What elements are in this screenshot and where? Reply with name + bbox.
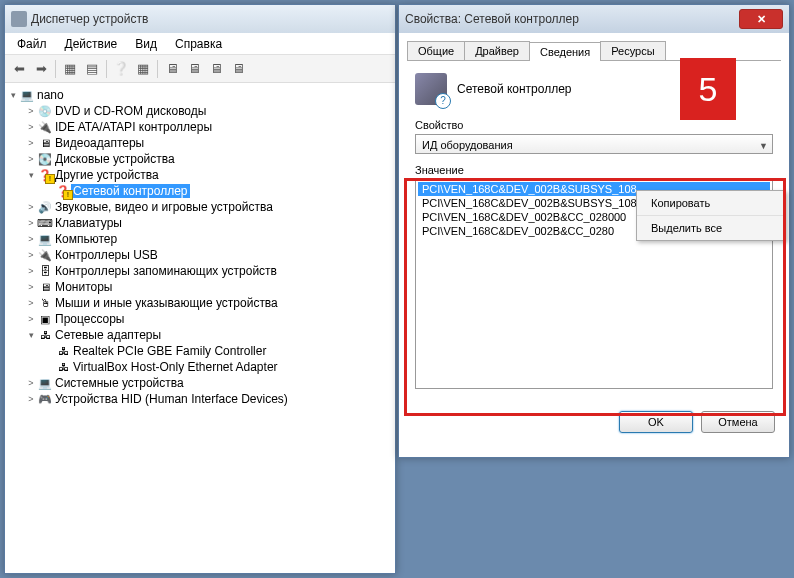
tree-node[interactable]: >🔌IDE ATA/ATAPI контроллеры (7, 119, 393, 135)
tree-node[interactable]: >🗄Контроллеры запоминающих устройств (7, 263, 393, 279)
tab-1[interactable]: Драйвер (464, 41, 530, 60)
node-icon: ❓ (37, 168, 53, 182)
node-label[interactable]: Мыши и иные указывающие устройства (53, 296, 278, 310)
expand-icon[interactable]: > (25, 138, 37, 148)
menu-file[interactable]: Файл (9, 35, 55, 53)
node-label[interactable]: Компьютер (53, 232, 117, 246)
tree-node[interactable]: 🖧Realtek PCIe GBE Family Controller (7, 343, 393, 359)
node-icon: 🔌 (37, 120, 53, 134)
dialog-buttons: OK Отмена (399, 401, 789, 443)
tab-0[interactable]: Общие (407, 41, 465, 60)
expand-icon[interactable]: > (25, 394, 37, 404)
expand-icon[interactable]: > (25, 378, 37, 388)
node-icon: 🖥 (37, 280, 53, 294)
device-tree[interactable]: ▾💻nano>💿DVD и CD-ROM дисководы>🔌IDE ATA/… (5, 83, 395, 573)
node-label[interactable]: Сетевые адаптеры (53, 328, 161, 342)
node-icon: ▣ (37, 312, 53, 326)
expand-icon[interactable]: > (25, 106, 37, 116)
expand-icon[interactable]: > (25, 202, 37, 212)
tree-node[interactable]: >💻Компьютер (7, 231, 393, 247)
expand-icon[interactable]: > (25, 250, 37, 260)
expand-icon[interactable]: > (25, 234, 37, 244)
expand-icon[interactable]: ▾ (25, 330, 37, 340)
node-label[interactable]: Контроллеры запоминающих устройств (53, 264, 277, 278)
nav-back-icon[interactable]: ⬅ (9, 59, 29, 79)
node-label[interactable]: Звуковые, видео и игровые устройства (53, 200, 273, 214)
node-label[interactable]: Мониторы (53, 280, 112, 294)
tree-node[interactable]: ❓Сетевой контроллер (7, 183, 393, 199)
show-hide-icon[interactable]: ▦ (60, 59, 80, 79)
node-icon: 🖧 (37, 328, 53, 342)
tree-node[interactable]: >🖥Видеоадаптеры (7, 135, 393, 151)
expand-icon[interactable]: > (25, 298, 37, 308)
ctx-select-all[interactable]: Выделить все (637, 216, 785, 240)
node-label[interactable]: Realtek PCIe GBE Family Controller (71, 344, 266, 358)
expand-icon[interactable]: > (25, 314, 37, 324)
sep (106, 60, 107, 78)
node-label[interactable]: Другие устройства (53, 168, 159, 182)
tree-node[interactable]: 🖧VirtualBox Host-Only Ethernet Adapter (7, 359, 393, 375)
expand-icon[interactable]: > (25, 154, 37, 164)
node-label[interactable]: Дисковые устройства (53, 152, 175, 166)
expand-icon[interactable]: > (25, 266, 37, 276)
node-label[interactable]: Процессоры (53, 312, 125, 326)
node-icon: ⌨ (37, 216, 53, 230)
node-label[interactable]: DVD и CD-ROM дисководы (53, 104, 206, 118)
tree-node[interactable]: >⌨Клавиатуры (7, 215, 393, 231)
value-label: Значение (415, 164, 773, 176)
node-label[interactable]: Контроллеры USB (53, 248, 158, 262)
step-badge: 5 (680, 58, 736, 120)
node-label[interactable]: IDE ATA/ATAPI контроллеры (53, 120, 212, 134)
expand-icon[interactable]: > (25, 122, 37, 132)
expand-icon[interactable]: > (25, 282, 37, 292)
node-label[interactable]: Клавиатуры (53, 216, 122, 230)
node-icon: 💽 (37, 152, 53, 166)
node-icon: 🖱 (37, 296, 53, 310)
scan-icon[interactable]: ▦ (133, 59, 153, 79)
node-icon: ❓ (55, 184, 71, 198)
disable-icon[interactable]: 🖥 (206, 59, 226, 79)
cancel-button[interactable]: Отмена (701, 411, 775, 433)
update-driver-icon[interactable]: 🖥 (162, 59, 182, 79)
node-label[interactable]: Системные устройства (53, 376, 184, 390)
ok-button[interactable]: OK (619, 411, 693, 433)
tree-node[interactable]: >💽Дисковые устройства (7, 151, 393, 167)
node-label[interactable]: Устройства HID (Human Interface Devices) (53, 392, 288, 406)
properties-icon[interactable]: ▤ (82, 59, 102, 79)
expand-icon[interactable]: ▾ (25, 170, 37, 180)
tree-node[interactable]: >🖥Мониторы (7, 279, 393, 295)
node-icon: 🖥 (37, 136, 53, 150)
tree-root[interactable]: nano (35, 88, 64, 102)
node-label[interactable]: Сетевой контроллер (71, 184, 190, 198)
tree-node[interactable]: >🎮Устройства HID (Human Interface Device… (7, 391, 393, 407)
close-button[interactable]: ✕ (739, 9, 783, 29)
node-label[interactable]: Видеоадаптеры (53, 136, 144, 150)
property-label: Свойство (415, 119, 773, 131)
tab-2[interactable]: Сведения (529, 42, 601, 61)
uninstall-icon[interactable]: 🖥 (184, 59, 204, 79)
tree-node[interactable]: >💻Системные устройства (7, 375, 393, 391)
tree-node[interactable]: >🔊Звуковые, видео и игровые устройства (7, 199, 393, 215)
toolbar: ⬅ ➡ ▦ ▤ ❔ ▦ 🖥 🖥 🖥 🖥 (5, 55, 395, 83)
menu-view[interactable]: Вид (127, 35, 165, 53)
tree-node[interactable]: >💿DVD и CD-ROM дисководы (7, 103, 393, 119)
tree-node[interactable]: >▣Процессоры (7, 311, 393, 327)
property-combo[interactable]: ИД оборудования (415, 134, 773, 154)
scan-hw-icon[interactable]: 🖥 (228, 59, 248, 79)
node-label[interactable]: VirtualBox Host-Only Ethernet Adapter (71, 360, 278, 374)
expand-icon[interactable]: > (25, 218, 37, 228)
ctx-copy[interactable]: Копировать (637, 191, 785, 216)
combo-value: ИД оборудования (422, 139, 513, 151)
tab-3[interactable]: Ресурсы (600, 41, 665, 60)
node-icon: 💿 (37, 104, 53, 118)
menu-help[interactable]: Справка (167, 35, 230, 53)
node-icon: 🗄 (37, 264, 53, 278)
tree-node[interactable]: >🔌Контроллеры USB (7, 247, 393, 263)
tree-node[interactable]: >🖱Мыши и иные указывающие устройства (7, 295, 393, 311)
tree-node[interactable]: ▾❓Другие устройства (7, 167, 393, 183)
nav-fwd-icon[interactable]: ➡ (31, 59, 51, 79)
help-icon[interactable]: ❔ (111, 59, 131, 79)
tree-node[interactable]: ▾🖧Сетевые адаптеры (7, 327, 393, 343)
menu-action[interactable]: Действие (57, 35, 126, 53)
node-icon: 🎮 (37, 392, 53, 406)
